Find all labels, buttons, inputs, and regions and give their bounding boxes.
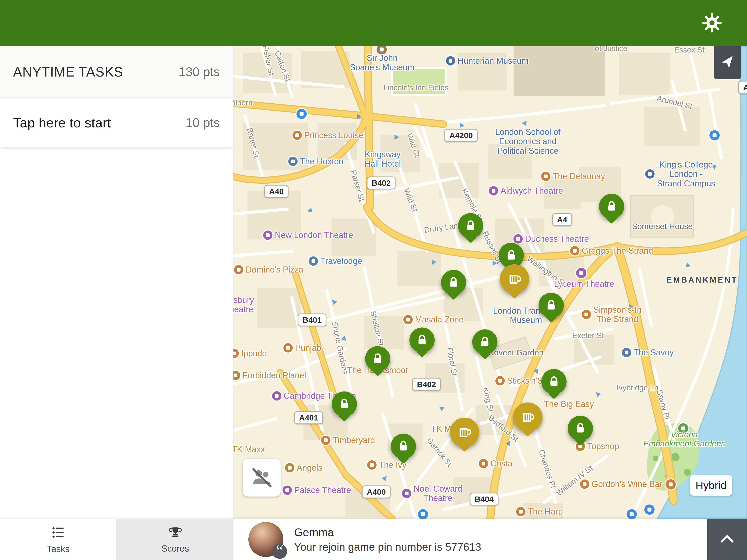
map-label: Hunterian Museum xyxy=(458,56,529,65)
map-label: The Savoy xyxy=(634,348,674,357)
map-label: New London Theatre xyxy=(275,231,353,240)
top-bar xyxy=(0,0,747,46)
settings-button[interactable] xyxy=(698,9,726,37)
map-label: Gordon's Wine Bar xyxy=(592,480,663,489)
beer-task-pin[interactable] xyxy=(500,264,529,294)
hide-players-button[interactable] xyxy=(243,459,281,497)
map-label: Masala Zone xyxy=(415,315,464,324)
map-label: Greggs The Strand xyxy=(582,246,653,256)
map-label: William IV St xyxy=(555,464,594,498)
map-label: Wild Ct xyxy=(405,132,421,158)
lock-task-pin[interactable] xyxy=(441,270,466,295)
lock-task-pin[interactable] xyxy=(409,328,435,353)
tab-tasks[interactable]: Tasks xyxy=(0,519,117,560)
lock-task-pin[interactable] xyxy=(332,392,357,417)
status-bar: “ Gemma Your rejoin game pin number is 5… xyxy=(233,519,747,560)
poi-icon xyxy=(645,169,654,179)
lock-task-pin[interactable] xyxy=(472,329,497,355)
trophy-icon xyxy=(169,526,182,541)
lock-task-pin[interactable] xyxy=(539,293,564,318)
poi-icon xyxy=(288,157,298,166)
status-texts: Gemma Your rejoin game pin number is 577… xyxy=(294,526,481,553)
map-poi-dot xyxy=(297,109,307,119)
lock-task-pin[interactable] xyxy=(499,243,524,268)
road-badge: B402 xyxy=(412,378,441,391)
map-label: olborn xyxy=(233,99,253,107)
road-badge: A4200 xyxy=(444,129,478,142)
map-label: Princess Louise xyxy=(304,131,363,140)
one-way-arrow-icon xyxy=(394,135,399,140)
map-label: Somerset House xyxy=(632,222,693,231)
poi-icon xyxy=(580,480,589,489)
map-overlays: of JusticeEssex StSir JohnSoane's Museum… xyxy=(233,46,747,519)
poi-icon xyxy=(309,257,318,266)
tasks-section-title: ANYTIME TASKS xyxy=(13,64,123,80)
map-label: KingswayHall Hotel xyxy=(364,150,401,169)
poi-icon xyxy=(479,459,488,468)
quote-icon: “ xyxy=(272,544,287,559)
poi-icon xyxy=(446,56,455,65)
road-badge: B402 xyxy=(367,177,395,189)
map-label: Travelodge xyxy=(320,257,362,266)
road-badge: A40 xyxy=(264,185,288,198)
people-muted-icon xyxy=(250,465,274,490)
poi-icon xyxy=(285,463,294,473)
map-label: Ippudo xyxy=(241,349,267,358)
poi-icon xyxy=(570,246,579,256)
expand-messages-button[interactable] xyxy=(707,519,747,560)
poi-icon xyxy=(403,315,413,324)
map-label: The Delaunay xyxy=(553,172,605,181)
poi-icon xyxy=(234,265,243,274)
one-way-arrow-icon xyxy=(438,404,444,411)
one-way-arrow-icon xyxy=(307,207,313,212)
map-label: Topshop xyxy=(587,442,619,451)
map-label: Shorts Gardens xyxy=(330,321,350,375)
poi-icon xyxy=(283,343,293,352)
poi-icon xyxy=(233,371,240,380)
lock-task-pin[interactable] xyxy=(458,213,483,238)
avatar[interactable]: “ xyxy=(248,522,283,557)
one-way-arrow-icon xyxy=(331,300,337,306)
poi-icon xyxy=(367,460,377,470)
map-label: The Big Easy xyxy=(544,399,594,409)
map-label: Chandos Pl xyxy=(537,449,558,489)
task-row-start[interactable]: Tap here to start 10 pts xyxy=(0,98,233,148)
lock-task-pin[interactable] xyxy=(599,194,624,219)
compass-button[interactable] xyxy=(714,46,741,79)
lock-task-pin[interactable] xyxy=(541,369,567,394)
one-way-arrow-icon xyxy=(382,474,389,481)
map-canvas[interactable]: of JusticeEssex StSir JohnSoane's Museum… xyxy=(233,46,747,519)
poi-icon xyxy=(402,489,411,498)
poi-icon xyxy=(622,348,631,357)
task-points: 10 pts xyxy=(186,115,220,130)
one-way-arrow-icon xyxy=(521,121,526,126)
chevron-up-icon xyxy=(718,530,736,549)
tab-scores[interactable]: Scores xyxy=(117,519,233,560)
tasks-list-icon xyxy=(51,525,66,542)
gear-icon xyxy=(701,12,723,34)
tasks-section-header: ANYTIME TASKS 130 pts xyxy=(0,46,233,98)
map-label: Drury Lane xyxy=(424,221,463,235)
map-label: TK Maxx xyxy=(233,445,265,454)
one-way-arrow-icon xyxy=(460,123,465,128)
lock-task-pin[interactable] xyxy=(365,346,390,371)
map-label: Forbidden Planet xyxy=(242,371,307,380)
road-badge: A400 xyxy=(362,485,390,499)
beer-task-pin[interactable] xyxy=(450,418,479,447)
road-badge: B401 xyxy=(298,314,326,326)
road-badge: A4 xyxy=(552,213,572,226)
map-label: Costa xyxy=(490,459,512,468)
map-label: Noël CowardTheatre xyxy=(414,484,462,503)
map-label: Arundel St xyxy=(656,94,693,111)
map-label: EMBANKMENT xyxy=(667,275,738,284)
lock-task-pin[interactable] xyxy=(391,434,416,459)
map-label: Ivybridge Ln xyxy=(617,383,659,392)
one-way-arrow-icon xyxy=(432,259,437,265)
map-label: Covent Garden xyxy=(488,348,543,357)
lock-task-pin[interactable] xyxy=(568,416,593,441)
beer-task-pin[interactable] xyxy=(513,402,542,432)
map-type-button[interactable]: Hybrid xyxy=(690,475,732,496)
poi-icon xyxy=(272,391,281,401)
player-name: Gemma xyxy=(294,526,481,539)
map-label: VictoriaEmbankment Gardens xyxy=(643,430,725,448)
